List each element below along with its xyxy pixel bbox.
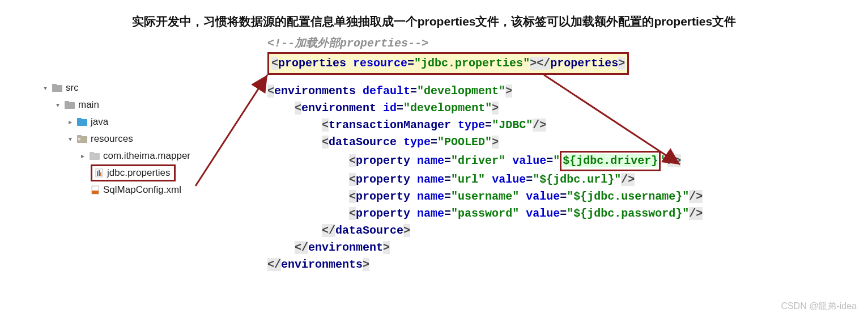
tree-row-java[interactable]: ▸ java xyxy=(66,113,190,130)
file-tree: ▾ src ▾ main ▸ java ▾ resources xyxy=(41,79,190,198)
tree-row-mapper[interactable]: ▸ com.itheima.mapper xyxy=(78,147,190,164)
folder-icon xyxy=(65,101,75,109)
tree-row-main[interactable]: ▾ main xyxy=(53,96,190,113)
code-line: <environments default="development"> xyxy=(267,83,703,100)
code-line: <dataSource type="POOLED"> xyxy=(267,134,703,151)
tree-row-sqlmap[interactable]: SqlMapConfig.xml xyxy=(91,181,190,198)
code-line: <property name="password" value="${jdbc.… xyxy=(267,205,703,222)
code-block: <!--加载外部properties--> <properties resour… xyxy=(267,35,703,273)
code-line: <property name="url" value="${jdbc.url}"… xyxy=(267,171,703,188)
tree-label: SqlMapConfig.xml xyxy=(103,184,181,196)
svg-rect-3 xyxy=(65,101,69,104)
properties-file-icon xyxy=(95,168,104,177)
svg-rect-5 xyxy=(77,118,82,121)
svg-rect-9 xyxy=(78,140,80,140)
xml-file-icon xyxy=(91,185,100,195)
tree-label: main xyxy=(78,99,99,111)
svg-rect-8 xyxy=(78,138,80,139)
svg-rect-7 xyxy=(77,135,82,138)
chevron-down-icon: ▾ xyxy=(53,101,62,109)
chevron-down-icon: ▾ xyxy=(41,84,50,92)
tree-label: com.itheima.mapper xyxy=(103,150,190,162)
folder-icon xyxy=(77,135,87,143)
tree-label: resources xyxy=(91,133,133,145)
code-line-driver: <property name="driver" value="${jdbc.dr… xyxy=(267,151,703,171)
folder-icon xyxy=(90,152,100,160)
code-line: <property name="username" value="${jdbc.… xyxy=(267,188,703,205)
page-title: 实际开发中，习惯将数据源的配置信息单独抽取成一个properties文件，该标签… xyxy=(0,14,868,29)
code-line-comment: <!--加载外部properties--> xyxy=(267,35,703,52)
chevron-right-icon: ▸ xyxy=(78,152,87,160)
tree-row-src[interactable]: ▾ src xyxy=(41,79,190,96)
tree-label: jdbc.properties xyxy=(107,167,171,179)
tree-row-jdbc[interactable]: jdbc.properties xyxy=(91,164,190,181)
svg-rect-1 xyxy=(52,84,57,87)
code-line: </dataSource> xyxy=(267,222,703,239)
svg-line-19 xyxy=(195,75,267,186)
tree-label: java xyxy=(91,116,108,128)
chevron-down-icon: ▾ xyxy=(66,135,75,143)
code-line-properties: <properties resource="jdbc.properties"><… xyxy=(267,52,703,75)
code-line: <transactionManager type="JDBC"/> xyxy=(267,117,703,134)
code-line: </environment> xyxy=(267,239,703,256)
folder-icon xyxy=(77,118,87,126)
svg-rect-10 xyxy=(78,141,80,141)
svg-rect-18 xyxy=(92,191,99,194)
svg-rect-15 xyxy=(99,170,100,176)
svg-rect-14 xyxy=(97,171,98,176)
chevron-right-icon: ▸ xyxy=(66,118,75,126)
code-line: <environment id="development"> xyxy=(267,100,703,117)
svg-rect-12 xyxy=(90,152,94,155)
tree-label: src xyxy=(66,82,79,94)
tree-row-resources[interactable]: ▾ resources xyxy=(66,130,190,147)
watermark: CSDN @龍弟-idea xyxy=(781,301,857,312)
folder-icon xyxy=(52,84,62,92)
code-line: </environments> xyxy=(267,256,703,273)
svg-rect-16 xyxy=(100,172,101,176)
